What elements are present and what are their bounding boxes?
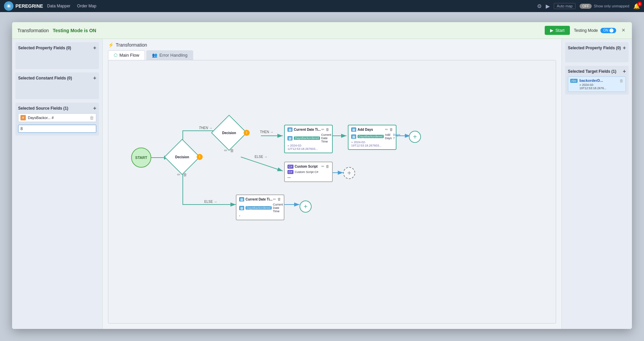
testing-mode-status: Testing Mode is ON bbox=[53, 28, 96, 33]
add-right-property-button[interactable]: + bbox=[623, 45, 626, 51]
add-circle-3[interactable]: + bbox=[300, 201, 312, 213]
decision1-badge: ! bbox=[197, 154, 203, 160]
add-days-node[interactable]: ▦ Add Days ✏ 🗑 ▦ DaysBackordered Add D bbox=[348, 125, 396, 150]
custom-script-btns: ✏ 🗑 bbox=[321, 164, 329, 169]
target-fields-title: Selected Target Fields (1) bbox=[568, 69, 616, 74]
topbar-nav: Data Mapper Order Map bbox=[47, 4, 96, 8]
nav-order-map[interactable]: Order Map bbox=[77, 4, 96, 8]
current-date1-edit[interactable]: ✏ bbox=[321, 127, 324, 132]
modal-header: Transformation Testing Mode is ON ▶ Star… bbox=[12, 22, 632, 39]
source-field-item: # DaysBackor... # 🗑 bbox=[18, 113, 96, 122]
current-date-node2[interactable]: ▦ Current Date Ti... ✏ 🗑 ▦ DaysBackorder… bbox=[236, 194, 284, 220]
current-date1-delete[interactable]: 🗑 bbox=[326, 127, 329, 132]
target-field-type-icon: Abc bbox=[570, 79, 578, 83]
testing-mode-group: Testing Mode ON bbox=[574, 28, 616, 33]
custom-script-edit[interactable]: ✏ bbox=[321, 164, 324, 169]
canvas-title: ⚡ Transformation bbox=[108, 42, 147, 48]
notifications[interactable]: 🔔 8 bbox=[633, 3, 640, 9]
csharp-icon2: C# bbox=[287, 170, 293, 174]
start-circle: START bbox=[131, 148, 151, 168]
topbar-actions: ⚙ ▶ Auto map OFF Show only unmapped 🔔 8 bbox=[537, 3, 640, 9]
table-icon1: ▦ bbox=[287, 127, 292, 132]
property-fields-section: Selected Property Fields (0) + bbox=[15, 42, 99, 69]
add-after-adddays[interactable]: + bbox=[409, 131, 421, 143]
app-logo[interactable]: PEREGRINE bbox=[4, 1, 43, 11]
testing-mode-toggle[interactable]: ON bbox=[600, 28, 616, 33]
right-panel: Selected Property Fields (0) + Selected … bbox=[561, 39, 632, 329]
then-label-1: THEN → bbox=[199, 126, 212, 130]
logo-icon bbox=[4, 1, 13, 11]
right-property-fields-header: Selected Property Fields (0) + bbox=[568, 45, 626, 51]
toggle-off-label[interactable]: OFF bbox=[580, 4, 592, 9]
decision1-delete[interactable]: 🗑 bbox=[183, 172, 187, 177]
target-field-name: backorderD... bbox=[580, 78, 618, 82]
play-icon[interactable]: ▶ bbox=[546, 3, 550, 9]
toggle-dot bbox=[609, 29, 613, 33]
error-handling-label: Error Handling bbox=[159, 53, 187, 58]
add-days-extra: Days 7 bbox=[393, 133, 400, 140]
target-field-value: = 2024-02-19T12:53:18.2676... bbox=[580, 83, 618, 90]
current-date2-dots: • bbox=[239, 214, 281, 218]
delete-source-field[interactable]: 🗑 bbox=[90, 115, 94, 120]
add-constant-field-button[interactable]: + bbox=[93, 75, 96, 81]
csharp-icon1: C# bbox=[287, 165, 293, 169]
current-date2-edit[interactable]: ✏ bbox=[273, 197, 276, 202]
current-date1-value: = 2024-02-12T12:53:18.267603... bbox=[287, 144, 329, 151]
decision2-delete[interactable]: 🗑 bbox=[230, 148, 234, 153]
add-property-field-button[interactable]: + bbox=[93, 45, 96, 51]
current-date1-action: Current Date Time bbox=[321, 133, 331, 143]
add-after-currentdate2[interactable]: + bbox=[300, 201, 312, 213]
add-circle-2[interactable]: + bbox=[343, 167, 355, 179]
add-days-btns: ✏ 🗑 bbox=[385, 127, 393, 132]
add-circle-1[interactable]: + bbox=[409, 131, 421, 143]
tab-main-flow[interactable]: ⬡ Main Flow bbox=[108, 50, 145, 60]
decision2-edit[interactable]: ✏ bbox=[224, 148, 227, 153]
add-days-edit[interactable]: ✏ bbox=[385, 127, 388, 132]
topbar: PEREGRINE Data Mapper Order Map ⚙ ▶ Auto… bbox=[0, 0, 644, 12]
else-label-1: ELSE → bbox=[255, 155, 267, 159]
add-days-action: Add Days bbox=[385, 133, 392, 140]
source-fields-header: Selected Source Fields (1) + bbox=[18, 105, 96, 111]
close-button[interactable]: × bbox=[620, 25, 627, 35]
add-source-field-button[interactable]: + bbox=[93, 105, 96, 111]
add-after-customscript[interactable]: + bbox=[343, 167, 355, 179]
testing-mode-label: Testing Mode bbox=[574, 28, 598, 33]
modal-title-text: Transformation bbox=[17, 28, 49, 33]
add-days-delete[interactable]: 🗑 bbox=[389, 127, 393, 132]
start-button[interactable]: ▶ Start bbox=[545, 26, 570, 35]
decision2-label: Decision bbox=[222, 131, 236, 135]
current-date2-tag: DaysBackordered bbox=[246, 206, 272, 210]
tab-error-handling[interactable]: 👥 Error Handling bbox=[146, 50, 193, 60]
current-date2-delete[interactable]: 🗑 bbox=[277, 197, 281, 202]
arrow-decision2-else-customscript bbox=[241, 157, 283, 171]
nav-data-mapper[interactable]: Data Mapper bbox=[47, 4, 70, 8]
add-target-field-button[interactable]: + bbox=[623, 68, 626, 74]
current-date1-tag: DaysBackordered bbox=[294, 136, 320, 140]
current-date-node1[interactable]: ▦ Current Date Ti... ✏ 🗑 ▦ DaysBackorder… bbox=[284, 125, 333, 153]
start-icon: ▶ bbox=[550, 28, 553, 33]
decision1-edit[interactable]: ✏ bbox=[177, 172, 180, 177]
target-field-item: Abc backorderD... = 2024-02-19T12:53:18.… bbox=[568, 76, 626, 92]
add-days-value: = 2024-02-19T12:53:18.267603... bbox=[351, 140, 393, 147]
current-date2-btns: ✏ 🗑 bbox=[273, 197, 281, 202]
constant-fields-title: Selected Constant Fields (0) bbox=[18, 76, 72, 80]
start-node: START bbox=[131, 148, 151, 168]
source-field-value-input[interactable] bbox=[18, 125, 96, 133]
target-field-delete[interactable]: 🗑 bbox=[620, 78, 624, 83]
decision2-node[interactable]: ! Decision ✏ 🗑 bbox=[216, 120, 242, 146]
target-field-details: backorderD... = 2024-02-19T12:53:18.2676… bbox=[580, 78, 618, 90]
settings-icon[interactable]: ⚙ bbox=[537, 3, 542, 9]
automap-button[interactable]: Auto map bbox=[554, 3, 576, 9]
error-icon: 👥 bbox=[152, 53, 157, 58]
main-flow-label: Main Flow bbox=[119, 53, 139, 58]
custom-script-delete[interactable]: 🗑 bbox=[326, 164, 329, 169]
table-icon6: ▦ bbox=[239, 206, 244, 210]
notification-badge: 8 bbox=[637, 2, 642, 6]
toggle-on-label: ON bbox=[603, 29, 608, 32]
custom-script-node[interactable]: C# Custom Script ✏ 🗑 C# Custom Script C# bbox=[284, 162, 333, 182]
current-date1-btns: ✏ 🗑 bbox=[321, 127, 329, 132]
decision1-node[interactable]: ! Decision ✏ 🗑 bbox=[169, 144, 195, 170]
else-label-2: ELSE → bbox=[204, 200, 217, 204]
current-date1-title: Current Date Ti... bbox=[294, 128, 321, 131]
add-days-tag: DaysBackordered bbox=[358, 135, 384, 138]
